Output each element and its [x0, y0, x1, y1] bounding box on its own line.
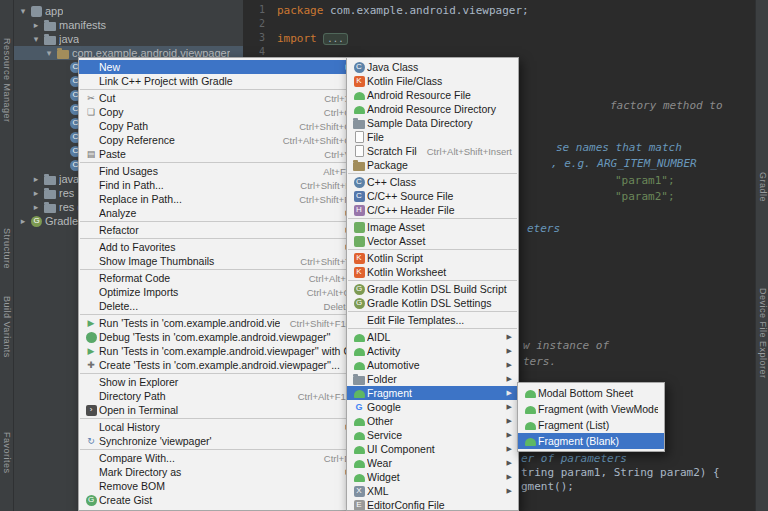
tool-button-favorites[interactable]: Favorites — [2, 432, 12, 474]
menu-item-image-asset[interactable]: Image Asset — [347, 220, 518, 234]
menu-item-create-gist[interactable]: GCreate Gist — [79, 493, 357, 507]
menu-item-run-tests-in-com-example-android-viewpager[interactable]: ▶Run 'Tests in 'com.example.android.view… — [79, 316, 357, 330]
menu-item-icon-slot: ✂ — [83, 92, 99, 105]
menu-item-edit-file-templates[interactable]: Edit File Templates... — [347, 313, 518, 327]
tree-item-app[interactable]: ▾app — [14, 4, 243, 18]
menu-item-xml[interactable]: XXML▶ — [347, 484, 518, 498]
menu-item-kotlin-script[interactable]: KKotlin Script — [347, 251, 518, 265]
package-icon — [57, 50, 69, 59]
menu-item-replace-in-path[interactable]: Replace in Path...Ctrl+Shift+R — [79, 192, 357, 206]
menu-item-paste[interactable]: ▤PasteCtrl+V — [79, 147, 357, 161]
menu-item-find-in-path[interactable]: Find in Path...Ctrl+Shift+F — [79, 178, 357, 192]
menu-item-automotive[interactable]: Automotive▶ — [347, 358, 518, 372]
menu-item-directory-path[interactable]: Directory PathCtrl+Alt+F12 — [79, 389, 357, 403]
menu-item-folder[interactable]: Folder▶ — [347, 372, 518, 386]
menu-item-package[interactable]: Package — [347, 158, 518, 172]
menu-item-analyze[interactable]: Analyze▶ — [79, 206, 357, 220]
menu-item-fragment[interactable]: Fragment▶ — [347, 386, 518, 400]
menu-item-c-c-header-file[interactable]: HC/C++ Header File — [347, 203, 518, 217]
menu-item-label: C++ Class — [367, 176, 512, 188]
menu-item-widget[interactable]: Widget▶ — [347, 470, 518, 484]
menu-separator — [80, 418, 356, 419]
menu-item-label: Delete... — [99, 300, 314, 312]
menu-item-android-resource-file[interactable]: Android Resource File — [347, 88, 518, 102]
tool-button-device-file-explorer[interactable]: Device File Explorer — [758, 288, 768, 379]
menu-item-c-class[interactable]: CC++ Class — [347, 175, 518, 189]
menu-item-remove-bom[interactable]: Remove BOM — [79, 479, 357, 493]
menu-item-kotlin-file-class[interactable]: KKotlin File/Class — [347, 74, 518, 88]
menu-item-java-class[interactable]: CJava Class — [347, 60, 518, 74]
menu-item-label: Kotlin Worksheet — [367, 266, 512, 278]
menu-item-fragment-with-viewmodel[interactable]: Fragment (with ViewModel) — [518, 401, 664, 417]
menu-item-label: Widget — [367, 471, 501, 483]
tree-item-label: res — [59, 187, 74, 199]
menu-item-copy[interactable]: ❏CopyCtrl+C — [79, 105, 357, 119]
menu-item-modal-bottom-sheet[interactable]: Modal Bottom Sheet — [518, 385, 664, 401]
menu-item-create-tests-in-com-example-android-viewpager[interactable]: ✚Create 'Tests in 'com.example.android.v… — [79, 358, 357, 372]
menu-item-new[interactable]: New▶ — [79, 60, 357, 74]
menu-item-refactor[interactable]: Refactor▶ — [79, 223, 357, 237]
android-studio-window: 1package com.example.android.viewpager;2… — [0, 0, 768, 511]
menu-item-label: C/C++ Header File — [367, 204, 512, 216]
menu-item-editorconfig-file[interactable]: EEditorConfig File — [347, 498, 518, 511]
menu-item-run-tests-in-com-example-android-viewpager-with-coverage[interactable]: ▶Run 'Tests in 'com.example.android.view… — [79, 344, 357, 358]
menu-item-gradle-kotlin-dsl-build-script[interactable]: GGradle Kotlin DSL Build Script — [347, 282, 518, 296]
android-icon — [354, 418, 365, 426]
tree-item-java[interactable]: ▾java — [14, 32, 243, 46]
menu-item-ui-component[interactable]: UI Component▶ — [347, 442, 518, 456]
menu-item-gradle-kotlin-dsl-settings[interactable]: GGradle Kotlin DSL Settings — [347, 296, 518, 310]
menu-item-file[interactable]: File — [347, 130, 518, 144]
menu-item-icon-slot: › — [83, 405, 99, 416]
chevron-right-icon: ▸ — [31, 189, 41, 198]
menu-item-open-in-terminal[interactable]: ›Open in Terminal — [79, 403, 357, 417]
menu-item-fragment-blank[interactable]: Fragment (Blank) — [518, 433, 664, 449]
sample-folder-icon — [353, 120, 365, 129]
menu-item-find-usages[interactable]: Find UsagesAlt+F7 — [79, 164, 357, 178]
tree-item-manifests[interactable]: ▸manifests — [14, 18, 243, 32]
menu-item-label: Replace in Path... — [99, 193, 289, 205]
submenu-arrow-icon: ▶ — [507, 403, 512, 411]
menu-item-cut[interactable]: ✂CutCtrl+X — [79, 91, 357, 105]
kotlin-icon: K — [354, 253, 365, 264]
menu-item-icon-slot — [351, 90, 367, 100]
tool-button-resource-manager[interactable]: Resource Manager — [2, 38, 12, 123]
menu-item-copy-path[interactable]: Copy PathCtrl+Shift+C — [79, 119, 357, 133]
menu-item-synchronize-viewpager[interactable]: ↻Synchronize 'viewpager' — [79, 434, 357, 448]
menu-item-debug-tests-in-com-example-android-viewpager[interactable]: Debug 'Tests in 'com.example.android.vie… — [79, 330, 357, 344]
menu-item-show-in-explorer[interactable]: Show in Explorer — [79, 375, 357, 389]
menu-item-vector-asset[interactable]: Vector Asset — [347, 234, 518, 248]
tool-button-gradle[interactable]: Gradle — [758, 172, 768, 202]
menu-item-other[interactable]: Other▶ — [347, 414, 518, 428]
menu-item-compare-with[interactable]: Compare With...Ctrl+D — [79, 451, 357, 465]
menu-item-c-c-source-file[interactable]: CC/C++ Source File — [347, 189, 518, 203]
tool-button-build-variants[interactable]: Build Variants — [2, 296, 12, 358]
menu-item-scratch-file[interactable]: Scratch FileCtrl+Alt+Shift+Insert — [347, 144, 518, 158]
menu-item-fragment-list[interactable]: Fragment (List) — [518, 417, 664, 433]
tree-item-label: java — [59, 33, 79, 45]
image-asset-icon — [354, 222, 365, 233]
menu-item-mark-directory-as[interactable]: Mark Directory as▶ — [79, 465, 357, 479]
submenu-arrow-icon: ▶ — [507, 333, 512, 341]
menu-item-delete[interactable]: Delete...Delete — [79, 299, 357, 313]
menu-item-add-to-favorites[interactable]: Add to Favorites▶ — [79, 240, 357, 254]
menu-separator — [348, 173, 517, 174]
menu-item-label: Directory Path — [99, 390, 288, 402]
menu-item-service[interactable]: Service▶ — [347, 428, 518, 442]
menu-item-kotlin-worksheet[interactable]: KKotlin Worksheet — [347, 265, 518, 279]
menu-item-optimize-imports[interactable]: Optimize ImportsCtrl+Alt+O — [79, 285, 357, 299]
menu-item-icon-slot — [351, 131, 367, 143]
menu-item-link-c-project-with-gradle[interactable]: Link C++ Project with Gradle — [79, 74, 357, 88]
menu-item-google[interactable]: GGoogle▶ — [347, 400, 518, 414]
menu-item-icon-slot — [351, 104, 367, 114]
menu-item-sample-data-directory[interactable]: Sample Data Directory — [347, 116, 518, 130]
menu-item-show-image-thumbnails[interactable]: Show Image ThumbnailsCtrl+Shift+T — [79, 254, 357, 268]
menu-item-activity[interactable]: Activity▶ — [347, 344, 518, 358]
menu-item-copy-reference[interactable]: Copy ReferenceCtrl+Alt+Shift+C — [79, 133, 357, 147]
tool-button-structure[interactable]: Structure — [2, 228, 12, 269]
menu-item-local-history[interactable]: Local History▶ — [79, 420, 357, 434]
menu-item-wear[interactable]: Wear▶ — [347, 456, 518, 470]
menu-item-reformat-code[interactable]: Reformat CodeCtrl+Alt+L — [79, 271, 357, 285]
gradle-icon: G — [354, 284, 365, 295]
menu-item-android-resource-directory[interactable]: Android Resource Directory — [347, 102, 518, 116]
menu-item-aidl[interactable]: AIDL▶ — [347, 330, 518, 344]
